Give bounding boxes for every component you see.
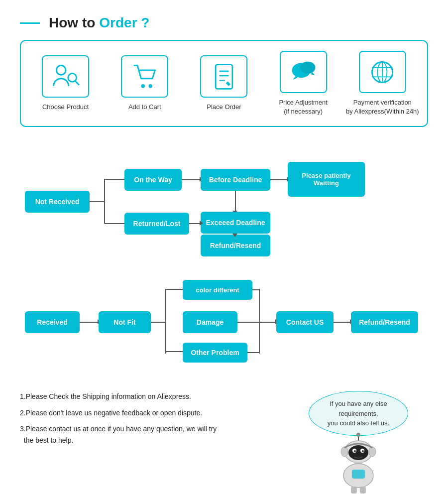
svg-rect-30	[360, 487, 366, 494]
step-choose-product: Choose Product	[28, 55, 103, 112]
person-search-icon	[51, 62, 81, 92]
step-add-cart: Add to Cart	[108, 55, 182, 112]
title-line-decoration	[20, 22, 40, 24]
chat-bubbles-icon	[288, 57, 318, 87]
svg-rect-29	[351, 487, 357, 494]
svg-point-0	[56, 65, 66, 75]
svg-point-10	[301, 61, 316, 73]
before-deadline-box: Before Deadline	[201, 169, 270, 191]
choose-product-icon-box	[42, 55, 89, 98]
flow-container-2: Received Not Fit color different Damage …	[20, 271, 428, 371]
title-prefix: How to	[49, 15, 95, 31]
svg-point-3	[141, 84, 145, 88]
other-problem-box: Other Problem	[183, 343, 247, 363]
please-wait-box: Please patientlyWaitting	[288, 162, 365, 197]
flow-diagram-2: Received Not Fit color different Damage …	[0, 266, 448, 381]
svg-point-23	[362, 450, 364, 452]
refund-resend-box-2: Refund/Resend	[351, 311, 418, 333]
flow-diagram-1: Not Received On the Way Before Deadline …	[0, 137, 448, 266]
svg-rect-26	[352, 470, 365, 479]
svg-point-17	[356, 433, 360, 437]
order-steps-box: Choose Product Add to Cart	[20, 40, 428, 127]
exceed-deadline-box: Exceeed Deadline	[201, 212, 270, 234]
place-order-icon-box	[200, 55, 247, 98]
section-title: How to Order ?	[20, 15, 428, 31]
returned-lost-box: Returned/Lost	[124, 213, 189, 235]
notes-section: 1.Please Check the Shipping information …	[0, 381, 448, 498]
title-highlight: Order ?	[99, 15, 149, 31]
price-adjust-label: Price Adjustment(if necessary)	[279, 98, 328, 116]
step-place-order: Place Order	[187, 55, 261, 112]
globe-icon	[367, 57, 397, 87]
step-price-adjust: Price Adjustment(if necessary)	[266, 51, 340, 116]
svg-point-27	[341, 447, 348, 457]
svg-rect-5	[216, 64, 232, 89]
contact-us-box: Contact US	[276, 311, 334, 333]
color-diff-box: color different	[183, 280, 252, 300]
notes-text-area: 1.Please Check the Shipping information …	[20, 391, 279, 451]
on-the-way-box: On the Way	[124, 169, 182, 191]
svg-point-28	[369, 447, 376, 457]
svg-line-2	[75, 81, 79, 85]
speech-bubble: If you have any else requirements,you co…	[309, 391, 408, 436]
damage-box: Damage	[183, 311, 237, 333]
svg-point-22	[354, 450, 356, 452]
not-fit-box: Not Fit	[99, 311, 151, 333]
not-received-box: Not Received	[25, 191, 90, 213]
place-order-label: Place Order	[207, 103, 241, 112]
add-cart-icon-box	[121, 55, 168, 98]
received-box: Received	[25, 311, 80, 333]
payment-verify-icon-box	[359, 51, 406, 93]
choose-product-label: Choose Product	[42, 103, 89, 112]
how-to-order-section: How to Order ? Choose Product	[0, 0, 448, 137]
note-1: 1.Please Check the Shipping information …	[20, 391, 279, 402]
cart-icon	[130, 62, 160, 92]
payment-verify-label: Payment verificationby Aliexpress(Within…	[346, 98, 419, 116]
robot-area: If you have any else requirements,you co…	[289, 391, 428, 496]
document-icon	[209, 62, 239, 92]
robot-icon	[326, 431, 391, 496]
price-adjust-icon-box	[280, 51, 327, 93]
step-payment-verify: Payment verificationby Aliexpress(Within…	[345, 51, 420, 116]
flow-container-1: Not Received On the Way Before Deadline …	[20, 147, 428, 256]
svg-point-4	[148, 84, 152, 88]
note-2: 2.Please don't leave us negative feedbac…	[20, 407, 279, 418]
note-3: 3.Please contact us at once if you have …	[20, 423, 279, 446]
add-cart-label: Add to Cart	[128, 103, 161, 112]
